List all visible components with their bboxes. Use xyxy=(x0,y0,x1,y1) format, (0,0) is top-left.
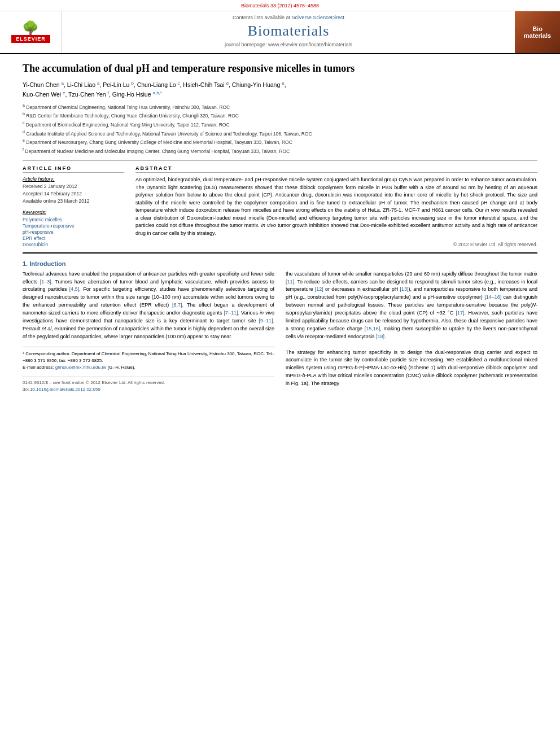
abstract-label: ABSTRACT xyxy=(135,165,537,173)
authors-text: Yi-Chun Chen a, Li-Chi Liao a, Pei-Lin L… xyxy=(23,81,286,88)
bio-logo-line1: Bio xyxy=(524,25,551,32)
affiliation-f: f Department of Nuclear Medicine and Mol… xyxy=(23,147,537,155)
sciverse-link[interactable]: SciVerse ScienceDirect xyxy=(292,15,345,20)
elsevier-tree-icon: 🌳 xyxy=(22,21,39,35)
abstract-column: ABSTRACT An optimized, biodegradable, du… xyxy=(135,165,537,247)
section-title: Introduction xyxy=(29,260,65,267)
article-info-column: ARTICLE INFO Article history: Received 2… xyxy=(23,165,124,247)
homepage-line: journal homepage: www.elsevier.com/locat… xyxy=(73,42,504,47)
bottom-bar: 0142-9612/$ – see front matter © 2012 El… xyxy=(23,377,274,393)
section-divider-2 xyxy=(23,252,537,254)
available-date: Available online 23 March 2012 xyxy=(23,198,124,205)
keyword-2: Temperature-responsive xyxy=(23,223,124,229)
doi-line: doi:10.1016/j.biomaterials.2012.02.059 xyxy=(23,386,274,393)
authors-text-2: Kuo-Chen Wei e, Tzu-Chen Yen f, Ging-Ho … xyxy=(23,91,162,98)
email-link[interactable]: ghhsiue@mx.nthu.edu.tw xyxy=(55,365,106,370)
bio-logo: Bio materials xyxy=(524,25,551,39)
article-title: The accumulation of dual pH and temperat… xyxy=(23,62,537,75)
journal-reference: Biomaterials 33 (2012) 4576–4588 xyxy=(241,3,319,8)
footnote-email: E-mail address: ghhsiue@mx.nthu.edu.tw (… xyxy=(23,364,274,371)
article-info-label: ARTICLE INFO xyxy=(23,165,124,173)
received-date: Received 2 January 2012 xyxy=(23,183,124,190)
keywords-block: Keywords: Polymeric micelles Temperature… xyxy=(23,209,124,247)
contents-available-line: Contents lists available at SciVerse Sci… xyxy=(73,15,504,20)
abstract-text: An optimized, biodegradable, dual temper… xyxy=(135,176,537,237)
keyword-4: EPR effect xyxy=(23,235,124,241)
article-info-abstract-section: ARTICLE INFO Article history: Received 2… xyxy=(23,165,537,247)
bio-logo-line2: materials xyxy=(524,32,551,39)
introduction-heading: 1. Introduction xyxy=(23,260,537,267)
journal-logo-image: Bio materials xyxy=(515,11,560,53)
intro-left-text: Technical advances have enabled the prep… xyxy=(23,270,274,341)
affiliation-d: d Graduate Institute of Applied Science … xyxy=(23,129,537,138)
affiliation-b: b R&D Center for Membrane Technology, Ch… xyxy=(23,111,537,120)
authors-line: Yi-Chun Chen a, Li-Chi Liao a, Pei-Lin L… xyxy=(23,80,537,99)
top-banner: Biomaterials 33 (2012) 4576–4588 xyxy=(0,0,560,11)
publisher-logo: 🌳 ELSEVIER xyxy=(0,11,62,53)
keyword-5: Doxorubicin xyxy=(23,242,124,247)
copyright-line: © 2012 Elsevier Ltd. All rights reserved… xyxy=(135,242,537,247)
doi-link[interactable]: 10.1016/j.biomaterials.2012.02.059 xyxy=(30,387,100,392)
body-section: 1. Introduction Technical advances have … xyxy=(23,260,537,393)
journal-title: Biomaterials xyxy=(73,23,504,40)
accepted-date: Accepted 14 February 2012 xyxy=(23,190,124,198)
intro-right-col: the vasculature of tumor while smaller n… xyxy=(286,270,537,393)
contents-text: Contents lists available at xyxy=(233,15,290,20)
intro-right-text-2: The strategy for enhancing tumor specifi… xyxy=(286,349,537,388)
keywords-label: Keywords: xyxy=(23,209,124,215)
keyword-1: Polymeric micelles xyxy=(23,217,124,222)
intro-right-text: the vasculature of tumor while smaller n… xyxy=(286,270,537,341)
footnote-area: * Corresponding author. Department of Ch… xyxy=(23,347,274,371)
issn-line: 0142-9612/$ – see front matter © 2012 El… xyxy=(23,379,274,386)
elsevier-name: ELSEVIER xyxy=(11,35,50,43)
main-content: The accumulation of dual pH and temperat… xyxy=(0,54,560,401)
footnote-star: * Corresponding author. Department of Ch… xyxy=(23,351,274,364)
affiliation-e: e Department of Neurosurgery, Chang Gung… xyxy=(23,138,537,146)
article-history-block: Article history: Received 2 January 2012… xyxy=(23,176,124,204)
section-divider-1 xyxy=(23,160,537,161)
affiliation-c: c Department of Biomedical Engineering, … xyxy=(23,120,537,129)
elsevier-logo: 🌳 ELSEVIER xyxy=(11,21,50,43)
section-number: 1. xyxy=(23,260,28,267)
affiliation-a: a Department of Chemical Engineering, Na… xyxy=(23,103,537,111)
affiliations: a Department of Chemical Engineering, Na… xyxy=(23,103,537,155)
journal-title-area: Contents lists available at SciVerse Sci… xyxy=(62,11,515,53)
history-label: Article history: xyxy=(23,176,124,182)
journal-header: 🌳 ELSEVIER Contents lists available at S… xyxy=(0,11,560,54)
keyword-3: pH-responsive xyxy=(23,229,124,235)
introduction-body: Technical advances have enabled the prep… xyxy=(23,270,537,393)
intro-left-col: Technical advances have enabled the prep… xyxy=(23,270,274,393)
